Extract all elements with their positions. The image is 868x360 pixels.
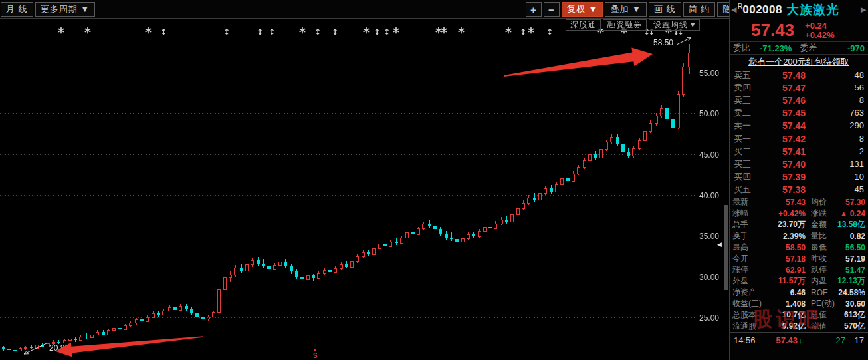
stat-row: 今开 57.18 昨收 57.19 — [730, 253, 868, 264]
red-packet-link[interactable]: 您有一个200元红包待领取 — [730, 55, 868, 69]
shenzhen-connect-button[interactable]: 深股通 — [566, 19, 601, 31]
period-button-group: 月 线 更多周期 ▼ — [1, 2, 95, 17]
ask-volume: 56 — [806, 83, 864, 92]
bid-price: 57.40 — [756, 159, 806, 170]
stat-value: 6.46 — [766, 288, 806, 297]
margin-trading-button[interactable]: 融资融券 — [603, 19, 647, 31]
stat-label: 内盘 — [806, 275, 833, 287]
ask-row[interactable]: 卖四 57.47 56 — [730, 81, 868, 94]
tick-volume: 27 — [803, 335, 846, 345]
bid-row[interactable]: 买三 57.40 131 — [730, 158, 868, 170]
prev-stock-icon[interactable]: ◀ — [731, 5, 737, 14]
stat-label: 最高 — [732, 242, 766, 253]
tick-row[interactable]: 14:56 57.43 ↓ 27 17 — [730, 334, 868, 346]
stat-label: 流值 — [806, 321, 833, 332]
stat-row: 总手 23.70万 金额 13.58亿 — [730, 219, 868, 230]
chart-toolbar: 月 线 更多周期 ▼ + − 复权 ▼ 叠加 ▼ 画 线 简 约 隐藏 ▶▶ — [0, 0, 729, 19]
collapse-arrow-icon: ◀ — [717, 241, 722, 248]
stat-label: 总值 — [806, 309, 833, 321]
bid-label: 买一 — [734, 133, 756, 145]
stat-value: 57.19 — [833, 254, 865, 264]
ask-label: 卖四 — [734, 82, 756, 94]
stat-value: 24.58% — [833, 288, 865, 297]
quote-header: ◀ R 002008 大族激光 ▶ — [730, 0, 868, 19]
weicha-value: -970 — [817, 43, 865, 53]
bid-row[interactable]: 买二 57.41 2 — [730, 145, 868, 158]
ask-row[interactable]: 卖一 57.44 290 — [730, 119, 868, 132]
stat-value: 56.50 — [833, 243, 865, 252]
next-stock-icon[interactable]: ▶ — [861, 5, 867, 14]
stat-label: 今开 — [732, 253, 766, 264]
bid-row[interactable]: 买五 57.38 45 — [730, 183, 868, 196]
bid-row[interactable]: 买四 57.39 10 — [730, 170, 868, 183]
kline-chart[interactable] — [0, 19, 729, 360]
ask-label: 卖五 — [734, 69, 756, 81]
chart-overlay-buttons: 深股通 融资融券 设置均线 ▾ — [566, 19, 700, 31]
stat-label: 净资产 — [732, 287, 766, 298]
bid-volume: 10 — [806, 172, 864, 182]
simple-mode-button[interactable]: 简 约 — [683, 2, 716, 17]
bid-label: 买三 — [734, 158, 756, 170]
bid-price: 57.38 — [756, 184, 806, 195]
trading-app-window: 月 线 更多周期 ▼ + − 复权 ▼ 叠加 ▼ 画 线 简 约 隐藏 ▶▶ — [0, 0, 868, 360]
bid-row[interactable]: 买一 57.42 8 — [730, 132, 868, 145]
weicha-label: 委差 — [800, 42, 817, 54]
period-monthly-button[interactable]: 月 线 — [1, 2, 33, 17]
stat-label: 流通股 — [732, 321, 766, 332]
tick-count: 17 — [845, 335, 864, 345]
stat-value: 62.91 — [766, 266, 806, 275]
adjust-price-dropdown[interactable]: 复权 ▼ — [562, 2, 603, 17]
stat-row: 涨停 62.91 跌停 51.47 — [730, 264, 868, 275]
panel-collapse-handle[interactable] — [724, 205, 728, 290]
bid-price: 57.41 — [756, 146, 806, 157]
stat-value: 51.47 — [833, 266, 865, 275]
ask-list: 卖五 57.48 48 卖四 57.47 56 卖三 57.46 8 卖二 57… — [730, 69, 868, 132]
more-periods-dropdown[interactable]: 更多周期 ▼ — [35, 2, 95, 17]
bid-volume: 8 — [806, 134, 864, 144]
ask-row[interactable]: 卖五 57.48 48 — [730, 69, 868, 81]
stats-grid: 最新 57.43 均价 57.30 涨幅 +0.42% 涨跌 ▲ 0.24 总手… — [730, 196, 868, 332]
ask-label: 卖一 — [734, 120, 756, 132]
ask-label: 卖三 — [734, 94, 756, 106]
stat-row: 涨幅 +0.42% 涨跌 ▲ 0.24 — [730, 208, 868, 219]
stat-value: 23.70万 — [766, 219, 806, 230]
zoom-out-button[interactable]: − — [544, 2, 560, 17]
weibi-row: 委比 -71.23% 委差 -970 — [730, 41, 868, 55]
ask-label: 卖二 — [734, 107, 756, 119]
bid-volume: 2 — [806, 146, 864, 156]
stat-label: ROE — [806, 288, 833, 297]
bid-label: 买五 — [734, 184, 756, 196]
stat-label: 收益(三) — [732, 298, 766, 309]
overlay-dropdown[interactable]: 叠加 ▼ — [605, 2, 646, 17]
quote-panel: ◀ R 002008 大族激光 ▶ 57.43 +0.24 +0.42% 委比 … — [730, 0, 868, 360]
stat-row: 净资产 6.46 ROE 24.58% — [730, 287, 868, 298]
stat-row: 收益(三) 1.408 PE(动) 30.60 — [730, 298, 868, 309]
stat-label: 涨跌 — [806, 208, 833, 219]
stat-value: 613亿 — [833, 309, 865, 321]
ask-price: 57.44 — [756, 120, 806, 131]
bid-label: 买四 — [734, 171, 756, 183]
ask-volume: 290 — [806, 120, 864, 130]
stat-value: 0.82 — [833, 232, 865, 241]
stat-value: 9.92亿 — [766, 321, 806, 332]
stat-value: 13.58亿 — [833, 219, 865, 230]
stat-label: 最低 — [806, 242, 833, 253]
bid-list: 买一 57.42 8 买二 57.41 2 买三 57.40 131 买四 57… — [730, 132, 868, 196]
stat-label: 涨停 — [732, 264, 766, 275]
kline-chart-area — [0, 19, 729, 360]
stat-label: 均价 — [806, 196, 833, 208]
zoom-in-button[interactable]: + — [526, 2, 542, 17]
ask-row[interactable]: 卖三 57.46 8 — [730, 94, 868, 106]
price-row: 57.43 +0.24 +0.42% — [730, 19, 868, 41]
draw-line-button[interactable]: 画 线 — [649, 2, 681, 17]
stat-row: 换手 2.39% 量比 0.82 — [730, 230, 868, 242]
ask-row[interactable]: 卖二 57.45 763 — [730, 106, 868, 119]
tick-price: 57.43 — [763, 335, 798, 345]
stat-value: 30.60 — [833, 299, 865, 309]
ask-price: 57.45 — [756, 108, 806, 118]
stock-name: 大族激光 — [786, 1, 861, 19]
ma-settings-dropdown[interactable]: 设置均线 ▾ — [649, 19, 700, 31]
stat-row: 最高 58.50 最低 56.50 — [730, 242, 868, 253]
bid-label: 买二 — [734, 146, 756, 158]
stat-row: 外盘 11.57万 内盘 12.13万 — [730, 275, 868, 287]
